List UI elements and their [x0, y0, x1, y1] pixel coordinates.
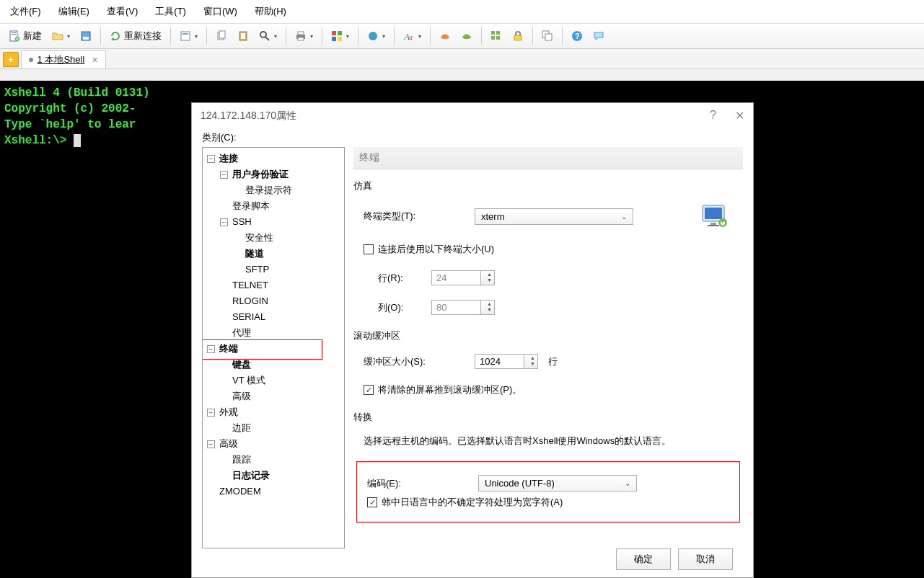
tree-vt-mode[interactable]: VT 模式 [231, 375, 267, 386]
folder-open-icon [52, 30, 63, 42]
tree-telnet[interactable]: TELNET [231, 280, 270, 290]
rows-spinner[interactable]: 24▲▼ [431, 270, 495, 285]
svg-rect-2 [12, 34, 16, 35]
tree-security[interactable]: 安全性 [244, 232, 275, 243]
globe-button[interactable]: ▾ [363, 27, 390, 45]
use-term-size-checkbox[interactable] [364, 244, 374, 254]
toolbar: 新建 ▾ 重新连接 ▾ ▾ ▾ ▾ ▾ Aa▾ ? [0, 24, 924, 49]
tree-margin[interactable]: 边距 [231, 422, 252, 433]
dialog-title-text: 124.172.148.170属性 [201, 110, 296, 123]
tree-collapse-icon[interactable]: − [207, 409, 215, 417]
tree-tunnel[interactable]: 隧道 [244, 248, 265, 259]
tree-serial[interactable]: SERIAL [231, 311, 267, 322]
tree-zmodem[interactable]: ZMODEM [218, 486, 263, 497]
tree-advanced[interactable]: 高级 [218, 438, 239, 449]
svg-rect-26 [496, 36, 500, 40]
menu-edit[interactable]: 编辑(E) [51, 2, 97, 21]
terminal-type-select[interactable]: xterm ⌄ [475, 208, 633, 225]
script-button[interactable] [435, 27, 455, 45]
tree-login-script[interactable]: 登录脚本 [231, 200, 271, 211]
tree-logging[interactable]: 日志记录 [231, 470, 271, 481]
dialog-help-button[interactable]: ? [710, 109, 716, 123]
print-button[interactable]: ▾ [291, 27, 317, 45]
paste-button[interactable] [233, 27, 253, 45]
tile-button[interactable] [486, 27, 506, 45]
properties-button[interactable]: ▾ [175, 27, 202, 45]
properties-icon [180, 30, 191, 42]
dropdown-arrow-icon: ▾ [274, 33, 277, 40]
buffer-size-spinner[interactable]: 1024▲▼ [475, 354, 538, 369]
new-button[interactable]: 新建 [4, 27, 46, 45]
buffer-unit: 行 [548, 355, 558, 368]
tree-sftp[interactable]: SFTP [244, 264, 270, 275]
tree-proxy[interactable]: 代理 [231, 327, 252, 338]
svg-point-20 [369, 32, 377, 40]
tree-terminal[interactable]: 终端 [218, 343, 239, 354]
tree-collapse-icon[interactable]: − [220, 171, 228, 179]
category-tree[interactable]: −连接 −用户身份验证 登录提示符 登录脚本 −SSH 安全性 隧道 [202, 147, 345, 548]
colors-icon [331, 30, 343, 42]
tree-collapse-icon[interactable]: − [220, 218, 228, 226]
help-button[interactable]: ? [567, 27, 587, 45]
svg-rect-34 [710, 223, 716, 225]
svg-rect-7 [182, 33, 188, 35]
tree-adv-term[interactable]: 高级 [231, 391, 252, 401]
menu-view[interactable]: 查看(V) [100, 2, 145, 21]
color-button[interactable]: ▾ [327, 27, 353, 45]
svg-rect-15 [298, 37, 304, 40]
comment-button[interactable] [589, 27, 609, 45]
ok-button[interactable]: 确定 [616, 548, 671, 570]
reconnect-button[interactable]: 重新连接 [105, 27, 166, 45]
search-button[interactable]: ▾ [255, 27, 281, 45]
tree-connection[interactable]: 连接 [218, 153, 239, 164]
menu-window[interactable]: 窗口(W) [196, 2, 245, 21]
cjk-wide-label: 韩中日语言中的不确定字符处理为宽字符(A) [382, 496, 563, 509]
dropdown-arrow-icon: ▾ [418, 33, 421, 40]
font-icon: Aa [403, 30, 415, 42]
script2-button[interactable] [457, 27, 477, 45]
save-button[interactable] [76, 27, 96, 45]
menu-tools[interactable]: 工具(T) [148, 2, 193, 21]
cancel-button[interactable]: 取消 [678, 548, 733, 570]
tab-local-shell[interactable]: 1 本地Shell ✕ [21, 50, 107, 68]
svg-rect-14 [298, 32, 304, 35]
cascade-button[interactable] [537, 27, 558, 45]
add-tab-button[interactable]: + [3, 52, 19, 67]
cols-spinner[interactable]: 80▲▼ [431, 300, 495, 315]
paste-icon [237, 30, 249, 42]
tree-auth[interactable]: 用户身份验证 [231, 169, 290, 179]
tab-label: 1 本地Shell [38, 53, 85, 66]
tree-collapse-icon[interactable]: − [207, 345, 215, 353]
tree-ssh[interactable]: SSH [231, 216, 253, 227]
tree-collapse-icon[interactable]: − [207, 155, 215, 163]
tree-trace[interactable]: 跟踪 [231, 454, 252, 465]
monitor-icon [701, 204, 729, 228]
tree-rlogin[interactable]: RLOGIN [231, 295, 270, 306]
tab-close-button[interactable]: ✕ [92, 55, 98, 65]
search-icon [259, 30, 270, 42]
menu-file[interactable]: 文件(F) [3, 2, 48, 21]
use-term-size-label: 连接后使用以下终端大小(U) [378, 243, 494, 256]
font-button[interactable]: Aa▾ [399, 27, 426, 45]
open-button[interactable]: ▾ [48, 27, 74, 45]
chevron-down-icon: ⌄ [625, 479, 630, 487]
copy-button[interactable] [211, 27, 232, 45]
svg-rect-19 [338, 37, 342, 41]
menu-help[interactable]: 帮助(H) [247, 2, 294, 21]
tree-keyboard[interactable]: 键盘 [231, 359, 252, 370]
push-cleared-label: 将清除的屏幕推到滚动缓冲区(P)。 [378, 383, 522, 396]
svg-rect-27 [514, 35, 522, 40]
tree-collapse-icon[interactable]: − [207, 440, 215, 448]
encoding-select[interactable]: Unicode (UTF-8) ⌄ [478, 475, 637, 492]
cjk-wide-checkbox[interactable]: ✓ [367, 497, 377, 507]
dialog-close-button[interactable]: ✕ [735, 109, 744, 123]
reconnect-label: 重新连接 [124, 30, 162, 43]
panel-header: 终端 [353, 147, 743, 169]
svg-rect-35 [708, 225, 719, 226]
lock-button[interactable] [508, 27, 528, 45]
dialog-titlebar: 124.172.148.170属性 ? ✕ [192, 103, 753, 128]
push-cleared-checkbox[interactable]: ✓ [364, 385, 374, 395]
section-simulation: 仿真 [353, 179, 743, 192]
tree-appearance[interactable]: 外观 [218, 406, 239, 417]
tree-login-prompt[interactable]: 登录提示符 [244, 184, 294, 195]
